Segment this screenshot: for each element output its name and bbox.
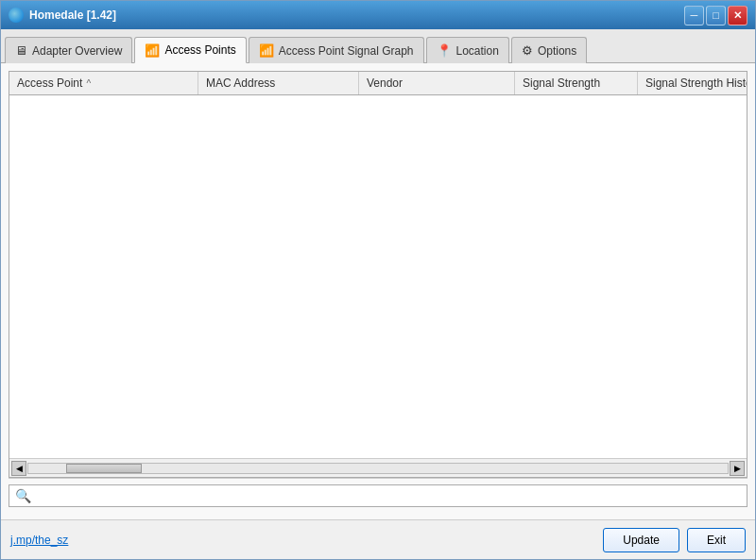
footer: j.mp/the_sz Update Exit — [1, 519, 755, 559]
search-area: 🔍 — [9, 478, 747, 512]
adapter-icon: 🖥 — [15, 43, 27, 58]
tab-bar: 🖥 Adapter Overview 📶 Access Points 📶 Acc… — [1, 29, 755, 63]
tab-location[interactable]: 📍 Location — [426, 37, 509, 63]
table-header: Access Point ^ MAC Address Vendor Signal… — [9, 72, 747, 95]
search-box: 🔍 — [9, 484, 747, 507]
tab-access-point-signal-graph[interactable]: 📶 Access Point Signal Graph — [249, 37, 424, 63]
app-window: Homedale [1.42] ─ □ ✕ 🖥 Adapter Overview… — [0, 0, 756, 560]
horizontal-scrollbar[interactable]: ◀ ▶ — [9, 458, 747, 477]
col-mac-address-label: MAC Address — [206, 76, 275, 90]
signal-graph-icon: 📶 — [259, 43, 274, 58]
scroll-track[interactable] — [27, 463, 729, 474]
tab-signal-graph-label: Access Point Signal Graph — [279, 44, 414, 58]
tab-adapter-overview-label: Adapter Overview — [32, 44, 122, 58]
footer-link[interactable]: j.mp/the_sz — [10, 534, 68, 547]
tab-options-label: Options — [538, 44, 576, 58]
column-header-mac-address[interactable]: MAC Address — [198, 72, 359, 94]
options-icon: ⚙ — [522, 43, 533, 58]
tab-location-label: Location — [456, 44, 499, 58]
search-icon: 🔍 — [15, 488, 31, 503]
close-button[interactable]: ✕ — [728, 6, 747, 25]
location-icon: 📍 — [437, 43, 452, 58]
search-input[interactable] — [35, 489, 741, 502]
minimize-button[interactable]: ─ — [684, 6, 704, 25]
table-body — [9, 95, 747, 458]
title-bar-controls: ─ □ ✕ — [684, 6, 747, 25]
col-signal-strength-label: Signal Strength — [523, 76, 600, 90]
main-content: Access Point ^ MAC Address Vendor Signal… — [1, 63, 755, 519]
scroll-right-button[interactable]: ▶ — [730, 461, 745, 476]
col-access-point-label: Access Point — [17, 76, 82, 90]
window-title: Homedale [1.42] — [29, 8, 116, 22]
title-bar: Homedale [1.42] ─ □ ✕ — [1, 1, 755, 29]
tab-adapter-overview[interactable]: 🖥 Adapter Overview — [5, 37, 132, 63]
table-container: Access Point ^ MAC Address Vendor Signal… — [9, 71, 747, 478]
tab-access-points[interactable]: 📶 Access Points — [134, 37, 246, 63]
tab-options[interactable]: ⚙ Options — [511, 37, 587, 63]
exit-button[interactable]: Exit — [687, 528, 746, 552]
col-signal-history-label: Signal Strength History — [645, 76, 747, 90]
sort-arrow-icon: ^ — [86, 78, 91, 89]
footer-buttons: Update Exit — [603, 528, 746, 552]
scroll-thumb[interactable] — [66, 464, 142, 473]
update-button[interactable]: Update — [603, 528, 679, 552]
tab-access-points-label: Access Points — [164, 43, 235, 57]
col-vendor-label: Vendor — [367, 76, 403, 90]
column-header-vendor[interactable]: Vendor — [359, 72, 515, 94]
maximize-button[interactable]: □ — [706, 6, 726, 25]
title-bar-left: Homedale [1.42] — [9, 8, 116, 23]
column-header-access-point[interactable]: Access Point ^ — [9, 72, 198, 94]
scroll-left-button[interactable]: ◀ — [11, 461, 26, 476]
app-icon — [9, 8, 24, 23]
column-header-signal-history[interactable]: Signal Strength History — [638, 72, 747, 94]
column-header-signal-strength[interactable]: Signal Strength — [515, 72, 638, 94]
access-points-icon: 📶 — [145, 43, 160, 58]
